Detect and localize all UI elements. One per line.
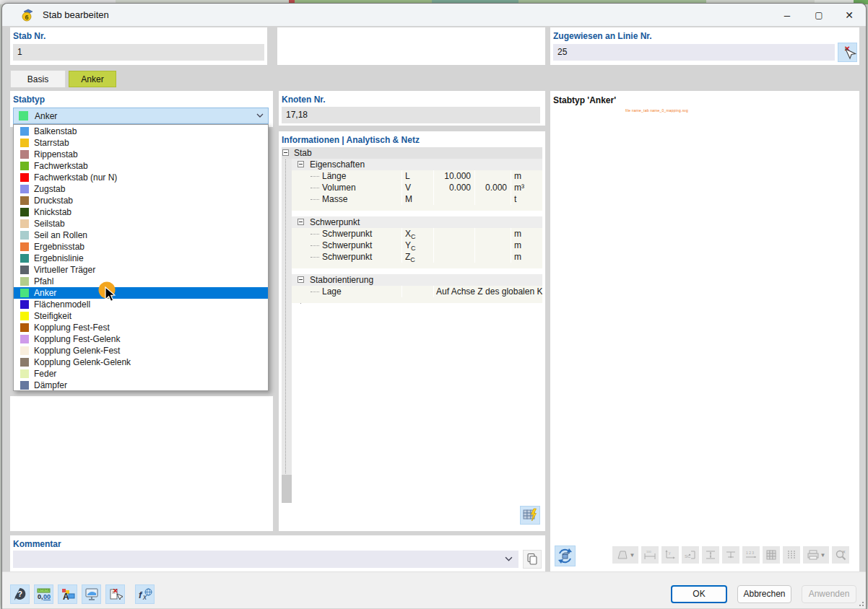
stabtyp-option[interactable]: Kopplung Gelenk-Fest [14,345,268,356]
stabtyp-option[interactable]: Zugstab [14,183,268,195]
tree-data-row: MasseMt [292,193,543,205]
stabtyp-option[interactable]: Starrstab [14,137,268,149]
collapse-box-icon[interactable] [298,276,304,283]
screen-settings-button[interactable] [82,584,101,604]
property-value-2 [475,170,511,182]
stabtyp-option[interactable]: Dämpfer [14,380,268,391]
stabtyp-option[interactable]: Ergebnisstab [14,241,268,253]
stabtyp-option[interactable]: Seil an Rollen [14,229,268,241]
svg-text:?: ? [17,590,22,598]
tab-anker[interactable]: Anker [69,71,116,87]
dimension-lines-button[interactable]: 100 [641,546,659,564]
stabtyp-option[interactable]: Anker [14,287,268,299]
right-panel-toolbar: ▼ 100 y SC 1 2 3 [550,544,859,567]
stabtyp-combobox[interactable]: Anker [13,108,269,124]
property-value-2: 0.000 [475,182,511,193]
select-line-pointer-button[interactable]: ✕ [838,43,857,62]
member-axes-button[interactable]: y [661,546,679,564]
tab-basis[interactable]: Basis [10,70,66,87]
numbering-button[interactable]: 1 2 3 [742,546,760,564]
copy-comment-button[interactable] [523,550,542,569]
collapse-box-icon[interactable] [282,149,289,156]
option-label: Feder [34,369,56,379]
copy-icon [526,553,538,566]
stabtyp-option[interactable]: Feder [14,368,268,380]
svg-text:100: 100 [646,550,651,553]
tree-scrollbar[interactable] [282,475,292,503]
find-zoom-button[interactable]: ✕ [832,546,849,564]
stabtyp-option[interactable]: Kopplung Fest-Gelenk [14,333,268,345]
tree-row-spacer [282,211,543,216]
stabtyp-option[interactable]: Fachwerkstab (nur N) [14,172,268,183]
decimal-places-button[interactable]: 0,00 [34,584,53,604]
stabtyp-option[interactable]: Rippenstab [14,149,268,160]
kommentar-combobox[interactable] [13,551,518,568]
property-symbol: ZC [402,251,433,263]
display-properties-button[interactable]: A [58,584,77,604]
property-name: Masse [292,193,402,205]
stabtyp-option[interactable]: Balkenstab [14,126,268,137]
property-unit: m [511,251,542,263]
close-icon[interactable]: ✕ [836,4,863,26]
type-color-swatch [20,254,29,263]
option-label: Ergebnisstab [34,242,84,252]
section-dimensions-button[interactable] [702,546,719,564]
table-recalculate-button[interactable] [520,506,540,525]
linie-panel: Zugewiesen an Linie Nr. 25 ✕ [550,27,859,65]
stabtyp-option[interactable]: Fachwerkstab [14,160,268,172]
stabtyp-option[interactable]: Seilstab [14,218,268,229]
collapse-box-icon[interactable] [298,219,304,225]
stabtyp-option[interactable]: Druckstab [14,195,268,206]
stabtyp-option[interactable]: Flächenmodell [14,299,268,310]
stabtyp-option[interactable]: Steifigkeit [14,310,268,322]
apply-button[interactable]: Anwenden [802,585,856,603]
section-dimensions-icon [704,549,717,561]
grid-button[interactable] [763,546,780,564]
stab-nr-input[interactable]: 1 [13,44,264,61]
linie-input[interactable]: 25 [553,44,835,61]
property-name: Lage [292,286,402,297]
collapse-box-icon[interactable] [298,161,304,167]
property-value-2 [475,251,511,263]
sync-view-button[interactable] [555,546,576,566]
stabtyp-option[interactable]: Kopplung Gelenk-Gelenk [14,356,268,368]
tree-row-tail [292,297,542,303]
printer-button[interactable]: ▼ [803,546,829,564]
member-edit-icon: 6 [21,8,35,22]
section-dimensions-alt-button[interactable] [722,546,739,564]
resize-grip[interactable] [856,599,864,606]
type-color-swatch [20,196,29,205]
property-value: Auf Achse Z des globalen KS [434,286,542,297]
decimal-places-icon: 0,00 [36,587,51,601]
delete-selection-button[interactable]: ✕ [105,584,125,604]
property-value-1 [434,193,474,205]
chevron-down-icon [505,555,513,563]
type-color-swatch [20,289,29,297]
cancel-button[interactable]: Abbrechen [737,585,791,603]
ok-button[interactable]: OK [671,585,727,603]
title-bar[interactable]: 6 Stab bearbeiten – ▢ ✕ [2,4,866,26]
formula-button[interactable]: fx [135,584,155,604]
chevron-down-icon [256,112,264,119]
help-button[interactable]: ? [10,584,30,604]
maximize-icon[interactable]: ▢ [805,4,833,26]
chevron-down-icon: ▼ [820,552,826,558]
stabtyp-option[interactable]: Ergebnislinie [14,253,268,264]
footer-bar: ? 0,00 A ✕ fx OK Abbrechen Anwenden [2,571,866,608]
type-color-swatch [20,231,29,240]
left-bottom-panel [10,396,273,531]
knoten-input[interactable]: 17,18 [282,107,540,123]
desktop-background: 6 Stab bearbeiten – ▢ ✕ Stab Nr. 1 Zugew… [0,0,868,609]
stabtyp-option[interactable]: Knickstab [14,206,268,218]
dotted-numbering-button[interactable] [783,546,800,564]
tree-data-row: SchwerpunktZCm [292,251,543,263]
type-color-swatch [20,369,29,378]
section-shape-button[interactable]: ▼ [612,546,638,564]
minimize-icon[interactable]: – [773,4,801,26]
stabtyp-option[interactable]: Kopplung Fest-Fest [14,322,268,333]
kommentar-label: Kommentar [13,539,61,549]
stabtyp-option[interactable]: Virtueller Träger [14,264,268,276]
shear-center-button[interactable]: SC [682,546,699,564]
stabtyp-option[interactable]: Pfahl [14,276,268,287]
property-value-2 [475,193,511,205]
